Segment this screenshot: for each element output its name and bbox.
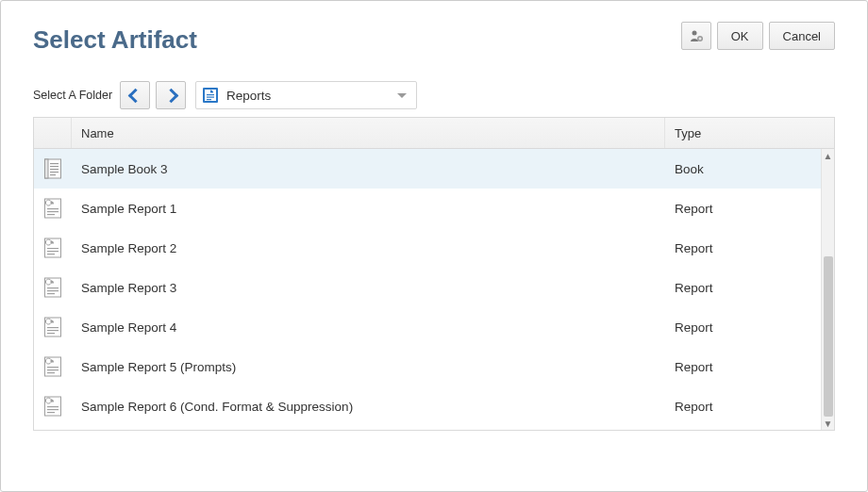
table-row[interactable]: Sample Report 1Report [34,189,821,228]
row-name: Sample Book 3 [72,162,665,176]
table-row[interactable]: Sample Report 2Report [34,228,821,268]
row-type: Report [665,400,821,414]
folder-label: Select A Folder [33,89,112,102]
report-icon [34,277,72,298]
scroll-thumb[interactable] [824,256,833,417]
grid-body: Sample Book 3BookSample Report 1ReportSa… [34,149,834,430]
row-name: Sample Report 4 [72,320,665,335]
row-type: Report [665,360,821,374]
report-icon [34,396,72,417]
svg-rect-4 [207,94,214,95]
table-row[interactable]: Sample Report 6 (Cond. Format & Suppress… [34,386,821,426]
column-name-label: Name [81,126,114,140]
user-assign-icon [689,28,704,43]
folder-dropdown[interactable]: Reports [195,81,417,109]
grid-rows: Sample Book 3BookSample Report 1ReportSa… [34,149,821,430]
nav-forward-button[interactable] [156,81,186,109]
column-type[interactable]: Type [665,118,821,148]
nav-back-button[interactable] [120,81,150,109]
row-type: Report [665,320,821,335]
book-icon [34,158,72,179]
ok-button[interactable]: OK [717,22,763,50]
user-assign-button[interactable] [681,22,711,50]
header-buttons: OK Cancel [681,22,835,50]
column-type-label: Type [675,126,701,140]
caret-down-icon [397,93,407,98]
scroll-up-button[interactable]: ▲ [822,149,834,162]
row-type: Book [665,162,821,176]
report-icon [34,198,72,219]
column-name[interactable]: Name [72,118,665,148]
row-name: Sample Report 5 (Prompts) [72,360,665,374]
row-name: Sample Report 1 [72,202,665,216]
grid-header: Name Type [34,118,834,149]
chevron-left-icon [127,88,142,103]
row-name: Sample Report 2 [72,241,665,255]
svg-rect-5 [207,97,214,98]
report-icon [34,356,72,377]
table-row[interactable]: Sample Report 5 (Prompts)Report [34,347,821,386]
report-folder-icon [202,87,219,104]
row-type: Report [665,281,821,295]
row-name: Sample Report 6 (Cond. Format & Suppress… [72,400,665,414]
table-row[interactable]: Sample Report 7 (Zoom and Drill)Report [34,426,821,430]
table-row[interactable]: Sample Book 3Book [34,149,821,189]
folder-toolbar: Select A Folder Reports [33,81,835,109]
dialog-header: Select Artifact OK Cancel [33,22,835,55]
vertical-scrollbar[interactable]: ▲ ▼ [821,149,834,430]
table-row[interactable]: Sample Report 4Report [34,307,821,347]
row-type: Report [665,202,821,216]
column-icon [34,118,72,148]
dialog-title: Select Artifact [33,25,197,55]
svg-point-0 [692,31,696,36]
row-type: Report [665,241,821,255]
artifact-grid: Name Type Sample Book 3BookSample Report… [33,117,835,431]
table-row[interactable]: Sample Report 3Report [34,268,821,307]
svg-rect-6 [207,99,211,100]
scroll-down-button[interactable]: ▼ [822,417,834,430]
report-icon [34,317,72,337]
report-icon [34,238,72,258]
chevron-right-icon [163,88,178,103]
select-artifact-dialog: Select Artifact OK Cancel Select A Folde… [0,0,868,492]
folder-dropdown-label: Reports [226,89,397,103]
row-name: Sample Report 3 [72,281,665,295]
cancel-button[interactable]: Cancel [769,22,835,50]
